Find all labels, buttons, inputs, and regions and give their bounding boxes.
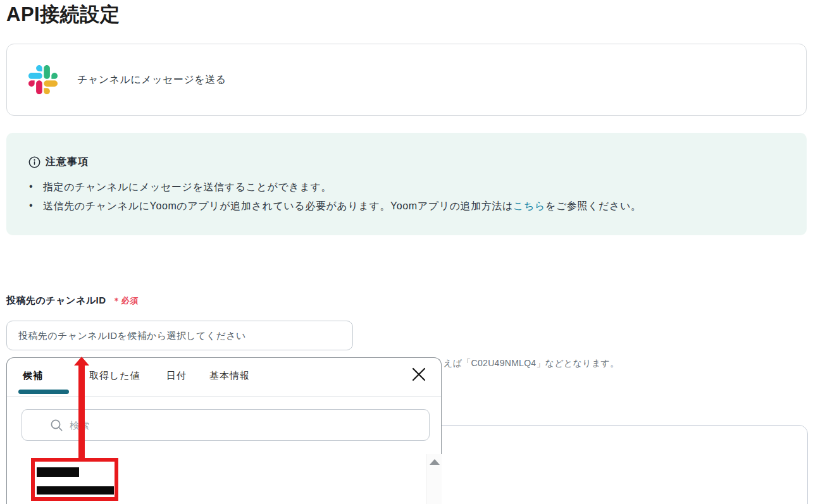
scroll-up-arrow-icon[interactable]: [430, 459, 440, 465]
bullet-dot: •: [29, 181, 43, 194]
scrollbar[interactable]: [426, 454, 442, 504]
active-tab-underline: [18, 390, 69, 394]
channel-id-input[interactable]: [6, 321, 353, 350]
tab-hizuke[interactable]: 日付: [166, 370, 187, 382]
field-label-text: 投稿先のチャンネルID: [6, 295, 106, 307]
field-hint-partial: えば「C02U49NMLQ4」などとなります。: [444, 358, 619, 369]
tab-kihon-jouhou[interactable]: 基本情報: [209, 370, 250, 382]
action-card[interactable]: チャンネルにメッセージを送る: [6, 44, 807, 116]
notice-bullet-text: 指定のチャンネルにメッセージを送信することができます。: [43, 181, 332, 194]
slack-icon: [28, 65, 58, 94]
action-card-title: チャンネルにメッセージを送る: [77, 73, 227, 87]
annotation-arrow-head-icon: [74, 357, 89, 366]
notice-bullet: • 指定のチャンネルにメッセージを送信することができます。: [29, 181, 642, 194]
tab-kouho[interactable]: 候補: [23, 370, 43, 382]
page-title: API接続設定: [6, 1, 120, 28]
search-icon: [50, 419, 63, 432]
notice-list: • 指定のチャンネルにメッセージを送信することができます。 • 送信先のチャンネ…: [29, 181, 642, 219]
required-badge: ＊必須: [113, 295, 139, 307]
annotation-highlight-box: [31, 458, 118, 501]
tab-divider: [7, 396, 441, 396]
info-circle-icon: [28, 156, 40, 168]
next-field-box[interactable]: [392, 425, 808, 504]
tab-shutoku-shita-atai[interactable]: 取得した値: [89, 370, 140, 382]
kochira-link[interactable]: こちら: [513, 200, 545, 211]
notice-bullet-text: 送信先のチャンネルにYoomのアプリが追加されている必要があります。Yoomアプ…: [43, 200, 642, 213]
notice-box: 注意事項 • 指定のチャンネルにメッセージを送信することができます。 • 送信先…: [6, 133, 807, 235]
search-input[interactable]: [68, 419, 429, 431]
annotation-arrow-shaft: [78, 365, 85, 458]
bullet-dot: •: [29, 200, 43, 213]
channel-id-field-label: 投稿先のチャンネルID ＊必須: [6, 295, 139, 307]
notice-title: 注意事項: [46, 156, 89, 169]
close-icon[interactable]: [411, 366, 427, 383]
notice-bullet: • 送信先のチャンネルにYoomのアプリが追加されている必要があります。Yoom…: [29, 200, 642, 213]
api-connection-settings-page: API接続設定 チャンネルにメッセージを送る 注意事項 • 指定のチャンネルにメ…: [0, 0, 813, 504]
